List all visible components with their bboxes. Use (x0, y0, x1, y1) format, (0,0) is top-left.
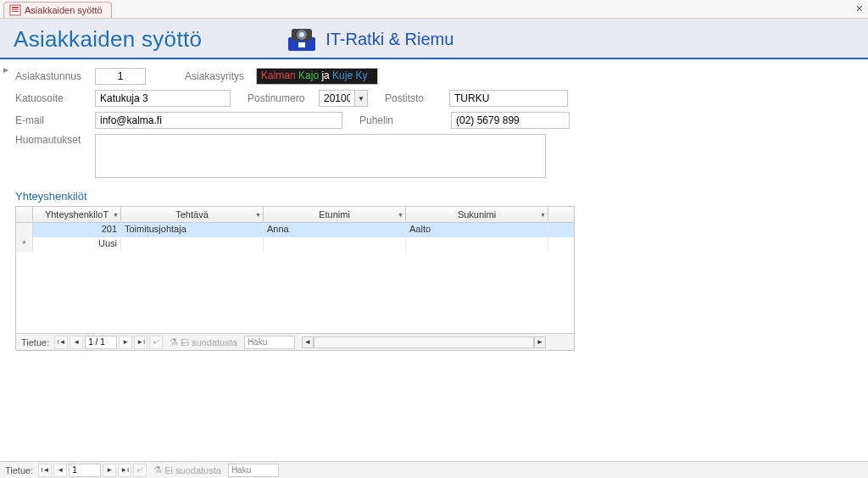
h-scrollbar[interactable]: ◄ ► (302, 336, 546, 348)
nav-position[interactable] (69, 464, 101, 477)
chevron-down-icon[interactable]: ▼ (354, 90, 368, 107)
grid-body: 201 Toimitusjohtaja Anna Aalto * Uusi (16, 223, 574, 333)
nav-first[interactable]: I◄ (54, 336, 68, 349)
svg-rect-1 (12, 7, 19, 8)
brand-text: IT-Ratki & Riemu (326, 30, 453, 49)
label-katuosoite: Katuosoite (15, 92, 88, 104)
label-huomautukset: Huomautukset (15, 134, 88, 146)
field-puhelin[interactable] (451, 112, 570, 129)
label-postitsto: Postitsto (385, 92, 442, 104)
new-row-icon[interactable]: * (16, 237, 33, 252)
nav-last[interactable]: ►I (134, 336, 147, 349)
field-asiakastunnus[interactable] (95, 68, 146, 85)
nav-label: Tietue: (18, 337, 53, 347)
subform-title: Yhteyshenkilöt (15, 190, 853, 203)
tab-label: Asiakkaiden syöttö (25, 5, 103, 15)
col-etunimi[interactable]: Etunimi▼ (264, 207, 406, 222)
form-area: Asiakastunnus Asiakasyritys Kalman Kajo … (0, 59, 868, 356)
subform-navbar: Tietue: I◄ ◄ ► ►I ▸* ⚗Ei suodatusta ◄ ► (16, 333, 574, 350)
grid-header: YhteyshenkiloT▼ Tehtävä▼ Etunimi▼ Sukuni… (16, 207, 574, 223)
label-email: E-mail (15, 114, 88, 126)
filter-icon: ⚗ (153, 464, 162, 475)
svg-rect-2 (12, 9, 19, 10)
brand-icon (287, 25, 317, 53)
scroll-left-icon[interactable]: ◄ (302, 336, 314, 348)
col-sukunimi[interactable]: Sukunimi▼ (406, 207, 548, 222)
field-postinumero[interactable]: ▼ (319, 90, 368, 107)
brand: IT-Ratki & Riemu (287, 25, 453, 53)
chevron-down-icon: ▼ (113, 212, 119, 218)
field-katuosoite[interactable] (95, 90, 231, 107)
nav-new[interactable]: ▸* (133, 464, 147, 477)
svg-rect-3 (12, 11, 19, 12)
field-email[interactable] (95, 112, 342, 129)
page-title: Asiakkaiden syöttö (14, 26, 202, 53)
chevron-down-icon: ▼ (398, 212, 403, 218)
nav-prev[interactable]: ◄ (70, 336, 83, 349)
grid-selector-head[interactable] (16, 207, 33, 222)
field-postitsto[interactable] (449, 90, 568, 107)
chevron-down-icon: ▼ (540, 212, 546, 218)
filter-status: ⚗Ei suodatusta (148, 464, 226, 475)
scroll-right-icon[interactable]: ► (534, 336, 546, 348)
form-icon (9, 4, 21, 16)
label-postinumero: Postinumero (248, 92, 312, 104)
field-asiakasyritys[interactable]: Kalman Kajo ja Kuje Ky (256, 68, 378, 85)
subform: YhteyshenkiloT▼ Tehtävä▼ Etunimi▼ Sukuni… (15, 206, 575, 351)
outer-navbar: Tietue: I◄ ◄ ► ►I ▸* ⚗Ei suodatusta (0, 461, 868, 478)
field-huomautukset[interactable] (95, 134, 546, 178)
label-asiakasyritys: Asiakasyritys (185, 70, 249, 82)
nav-last[interactable]: ►I (118, 464, 131, 477)
form-tab[interactable]: Asiakkaiden syöttö (3, 2, 112, 18)
form-header: Asiakkaiden syöttö IT-Ratki & Riemu (0, 19, 868, 59)
nav-next[interactable]: ► (103, 464, 116, 477)
nav-label: Tietue: (2, 465, 36, 475)
filter-icon: ⚗ (170, 336, 178, 347)
nav-position[interactable] (85, 336, 117, 349)
search-input[interactable] (228, 464, 279, 477)
tab-bar: Asiakkaiden syöttö × (0, 0, 868, 19)
table-row-new[interactable]: * Uusi (16, 237, 574, 252)
row-selector[interactable] (16, 223, 33, 237)
close-button[interactable]: × (856, 2, 863, 15)
label-asiakastunnus: Asiakastunnus (15, 70, 88, 82)
chevron-down-icon: ▼ (255, 212, 261, 218)
table-row[interactable]: 201 Toimitusjohtaja Anna Aalto (16, 223, 574, 237)
svg-point-7 (299, 32, 304, 37)
col-tehtava[interactable]: Tehtävä▼ (121, 207, 264, 222)
nav-first[interactable]: I◄ (38, 464, 52, 477)
nav-prev[interactable]: ◄ (53, 464, 67, 477)
record-selector[interactable]: ▸ (0, 63, 12, 76)
nav-new[interactable]: ▸* (149, 336, 163, 349)
filter-status: ⚗Ei suodatusta (164, 336, 242, 347)
nav-next[interactable]: ► (119, 336, 132, 349)
svg-rect-8 (298, 42, 305, 47)
search-input[interactable] (244, 336, 295, 349)
col-id[interactable]: YhteyshenkiloT▼ (33, 207, 121, 222)
label-puhelin: Puhelin (359, 114, 417, 126)
